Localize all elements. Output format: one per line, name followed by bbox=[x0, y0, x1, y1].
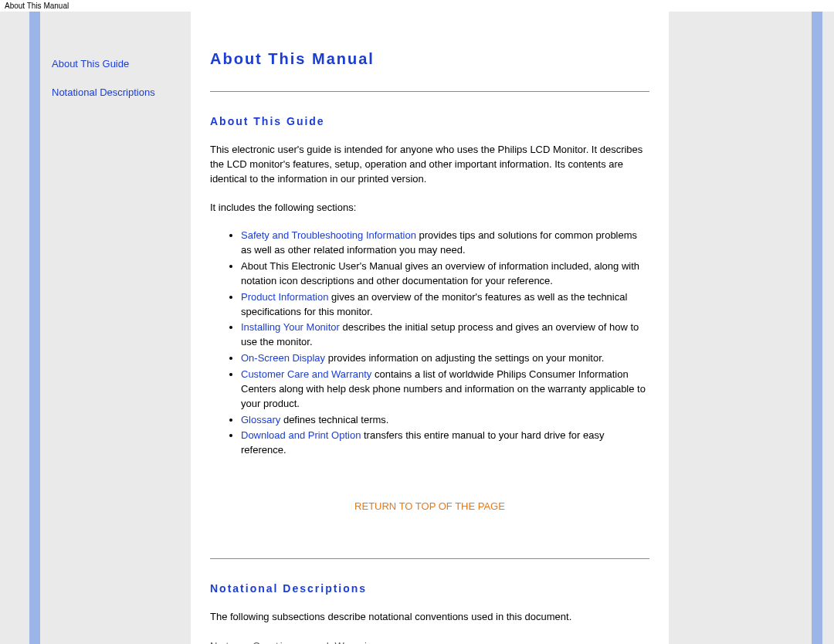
link-on-screen-display[interactable]: On-Screen Display bbox=[241, 352, 325, 364]
sidebar-link-notational-descriptions[interactable]: Notational Descriptions bbox=[52, 86, 183, 98]
list-item: Glossary defines technical terms. bbox=[241, 413, 649, 428]
notational-intro: The following subsections describe notat… bbox=[210, 610, 649, 625]
sidebar: About This Guide Notational Descriptions bbox=[40, 12, 191, 644]
sections-lead-in: It includes the following sections: bbox=[210, 201, 649, 215]
list-item: Customer Care and Warranty contains a li… bbox=[241, 368, 649, 412]
sidebar-link-about-this-guide[interactable]: About This Guide bbox=[52, 58, 183, 69]
link-glossary[interactable]: Glossary bbox=[241, 414, 280, 425]
window-title: About This Manual bbox=[0, 0, 834, 12]
divider bbox=[210, 91, 649, 92]
link-product-information[interactable]: Product Information bbox=[241, 291, 328, 303]
section-heading-notational-descriptions: Notational Descriptions bbox=[210, 582, 669, 595]
list-item: About This Electronic User's Manual give… bbox=[241, 259, 649, 289]
list-item-text: provides information on adjusting the se… bbox=[325, 352, 604, 364]
list-item-text: About This Electronic User's Manual give… bbox=[241, 260, 639, 286]
sections-list: Safety and Troubleshooting Information p… bbox=[210, 229, 649, 458]
page-body: About This Guide Notational Descriptions… bbox=[0, 12, 834, 644]
link-download-print[interactable]: Download and Print Option bbox=[241, 429, 361, 441]
main-content: About This Manual About This Guide This … bbox=[191, 12, 669, 644]
intro-paragraph: This electronic user's guide is intended… bbox=[210, 143, 649, 187]
list-item: Installing Your Monitor describes the in… bbox=[241, 320, 649, 350]
section-heading-about-this-guide: About This Guide bbox=[210, 115, 669, 127]
right-accent-stripe bbox=[812, 12, 822, 644]
list-item: Download and Print Option transfers this… bbox=[241, 429, 649, 458]
list-item: Safety and Troubleshooting Information p… bbox=[241, 229, 649, 258]
return-to-top-link[interactable]: RETURN TO TOP OF THE PAGE bbox=[210, 500, 649, 512]
page-title: About This Manual bbox=[210, 50, 669, 68]
list-item-text: defines technical terms. bbox=[280, 414, 388, 425]
list-item: On-Screen Display provides information o… bbox=[241, 351, 649, 366]
left-accent-stripe bbox=[29, 12, 40, 644]
link-safety-troubleshooting[interactable]: Safety and Troubleshooting Information bbox=[241, 229, 416, 241]
subsection-heading-notes-cautions-warnings: Notes, Cautions and Warnings bbox=[210, 640, 669, 644]
link-installing-monitor[interactable]: Installing Your Monitor bbox=[241, 321, 340, 333]
divider bbox=[210, 558, 649, 559]
link-customer-care-warranty[interactable]: Customer Care and Warranty bbox=[241, 368, 371, 380]
list-item: Product Information gives an overview of… bbox=[241, 290, 649, 320]
right-gutter bbox=[669, 12, 812, 644]
